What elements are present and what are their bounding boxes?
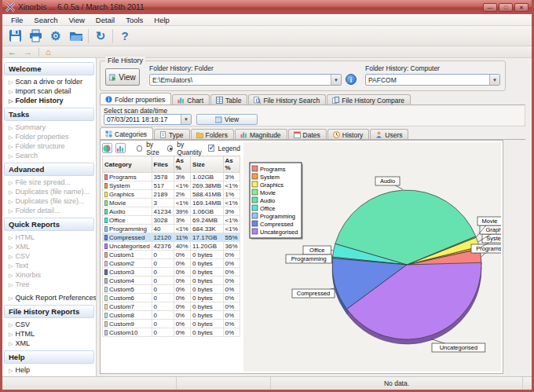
folder-history-folder-select[interactable]: E:\Emulators\ ▼	[149, 74, 342, 86]
sidebar-item-help[interactable]: ▷Help	[2, 365, 96, 375]
group-label: File History	[105, 57, 145, 64]
category-color-swatch	[104, 226, 108, 232]
subtab-type[interactable]: Type	[154, 129, 189, 140]
menu-item-view[interactable]: View	[63, 15, 90, 25]
window-title: Xinorbis ... 6.0.5a / March 16th 2011	[18, 3, 483, 12]
close-button[interactable]: ✕	[514, 3, 529, 12]
sidebar-item-quick-report-preferences[interactable]: ▷Quick Report Preferences	[2, 293, 96, 302]
folder-history-computer-select[interactable]: PAFCOM ▼	[365, 74, 500, 86]
legend-label-audio: Audio	[260, 197, 275, 204]
item-arrow-icon: ▷	[9, 180, 13, 185]
table-row-movie[interactable]: Movie3<1%169.14MB<1%	[103, 199, 240, 207]
column-header-size[interactable]: Size	[191, 156, 223, 173]
view-button[interactable]: View	[105, 68, 140, 86]
table-row-uncategorised[interactable]: Uncategorised4237640%11.20GB36%	[103, 242, 240, 251]
column-header-as-[interactable]: As %	[174, 156, 190, 173]
sidebar-item-import-scan-detail[interactable]: ▷Import scan detail	[2, 86, 96, 96]
sidebar-item-html[interactable]: ▷HTML	[2, 329, 96, 339]
category-color-swatch	[104, 261, 108, 266]
main-area: File History View Folder History: Folder…	[97, 58, 532, 376]
scan-view-button[interactable]: View	[196, 114, 258, 125]
scan-date-select[interactable]: 07/03/2011 18:18:17 ▼	[104, 114, 192, 125]
table-row-programs[interactable]: Programs35783%1.02GB3%	[103, 173, 240, 181]
pie-label-graphics: Graphics	[485, 226, 501, 233]
legend-label-compressed: Compressed	[260, 221, 294, 228]
menu-item-search[interactable]: Search	[28, 15, 63, 25]
open-folder-button[interactable]	[66, 27, 86, 45]
tab-table[interactable]: Table	[210, 94, 247, 105]
menu-item-detail[interactable]: Detail	[90, 15, 120, 25]
table-row-custom2[interactable]: Custom200%0 bytes0%	[103, 259, 240, 268]
table-row-custom4[interactable]: Custom400%0 bytes0%	[103, 277, 240, 285]
table-row-graphics[interactable]: Graphics21892%588.41MB1%	[103, 190, 240, 199]
tab-file-history-search[interactable]: File History Search	[248, 94, 326, 105]
refresh-button[interactable]: ↻	[90, 27, 111, 45]
help-button[interactable]: ?	[115, 27, 135, 45]
menu-item-tools[interactable]: Tools	[120, 15, 148, 25]
legend-checkbox[interactable]	[208, 145, 214, 152]
sidebar-item-folder-history[interactable]: ▷Folder History	[2, 96, 96, 105]
subtab-dates[interactable]: Dates	[288, 129, 327, 140]
subtab-folders[interactable]: Folders	[191, 129, 234, 140]
print-button[interactable]	[25, 27, 46, 45]
menu-item-file[interactable]: File	[5, 15, 28, 25]
item-arrow-icon: ▷	[9, 79, 13, 85]
item-arrow-icon: ▷	[9, 332, 13, 337]
table-row-system[interactable]: System517<1%269.38MB<1%	[103, 181, 240, 190]
table-row-custom6[interactable]: Custom600%0 bytes0%	[103, 294, 240, 302]
app-window: Xinorbis ... 6.0.5a / March 16th 2011 — …	[0, 0, 534, 392]
forward-button[interactable]: →	[21, 48, 35, 57]
home-button[interactable]: ⌂	[43, 48, 53, 57]
refresh-icon: ↻	[96, 30, 106, 42]
minimize-button[interactable]: —	[483, 3, 497, 12]
table-row-custom10[interactable]: Custom1000%0 bytes0%	[103, 328, 240, 337]
categories-pane: by Size by Quantity Legend CategoryFiles…	[100, 140, 503, 374]
by-quantity-radio[interactable]	[167, 145, 173, 152]
folder-info-button[interactable]: i	[346, 74, 357, 85]
sidebar-item-xml[interactable]: ▷XML	[2, 339, 96, 348]
subtab-categories[interactable]: Categories	[100, 127, 153, 140]
table-row-office[interactable]: Office30283%69.24MB<1%	[103, 216, 240, 225]
legend-swatch-programs	[252, 166, 258, 171]
status-bar: No data.	[2, 376, 532, 390]
menu-item-help[interactable]: Help	[148, 15, 175, 25]
settings-button[interactable]: ⚙	[46, 27, 66, 45]
column-header-as-[interactable]: As %	[223, 156, 240, 173]
subtab-magnitude[interactable]: Magnitude	[235, 129, 287, 140]
tab-file-history-compare[interactable]: File History Compare	[327, 94, 411, 105]
maximize-button[interactable]: □	[499, 3, 513, 12]
save-button[interactable]	[5, 27, 25, 45]
category-color-swatch	[104, 313, 108, 318]
app-icon	[5, 2, 15, 12]
table-row-programming[interactable]: Programming40<1%684.33K<1%	[103, 225, 240, 233]
table-row-custom1[interactable]: Custom100%0 bytes0%	[103, 251, 240, 259]
category-color-swatch	[104, 192, 108, 197]
column-header-category[interactable]: Category	[103, 156, 152, 173]
table-row-audio[interactable]: Audio4123439%1.06GB3%	[103, 207, 240, 216]
column-header-files[interactable]: Files	[152, 156, 174, 173]
by-size-radio[interactable]	[137, 145, 142, 152]
pie-label-uncategorised: Uncategorised	[440, 344, 477, 351]
table-row-custom8[interactable]: Custom800%0 bytes0%	[103, 311, 240, 320]
subtab-users[interactable]: Users	[370, 129, 408, 140]
sidebar-item-scan-a-drive-or-folder[interactable]: ▷Scan a drive or folder	[2, 77, 96, 86]
back-button[interactable]: ←	[5, 48, 19, 57]
sidebar-item-csv[interactable]: ▷CSV	[2, 320, 96, 329]
tab-chart[interactable]: Chart	[172, 94, 210, 105]
table-row-custom3[interactable]: Custom300%0 bytes0%	[103, 268, 240, 277]
table-row-compressed[interactable]: Compressed1212011%17.17GB55%	[103, 233, 240, 242]
item-arrow-icon: ▷	[9, 244, 13, 250]
pie-chart-button[interactable]	[102, 143, 112, 153]
table-row-custom9[interactable]: Custom900%0 bytes0%	[103, 320, 240, 328]
main-toolbar: ⚙ ↻ ?	[2, 26, 532, 46]
item-arrow-icon: ▷	[9, 125, 13, 130]
tab-folder-properties[interactable]: Folder properties	[100, 93, 171, 105]
sub-tab-bar: CategoriesTypeFoldersMagnitudeDatesHisto…	[100, 127, 409, 140]
table-row-custom7[interactable]: Custom700%0 bytes0%	[103, 302, 240, 311]
table-row-custom5[interactable]: Custom500%0 bytes0%	[103, 285, 240, 294]
sidebar-item-folder-structure: ▷Folder structure	[2, 141, 96, 151]
legend-swatch-graphics	[252, 181, 258, 187]
subtab-history[interactable]: History	[327, 129, 369, 140]
bar-chart-button[interactable]	[115, 143, 126, 153]
resize-grip[interactable]	[522, 377, 532, 390]
